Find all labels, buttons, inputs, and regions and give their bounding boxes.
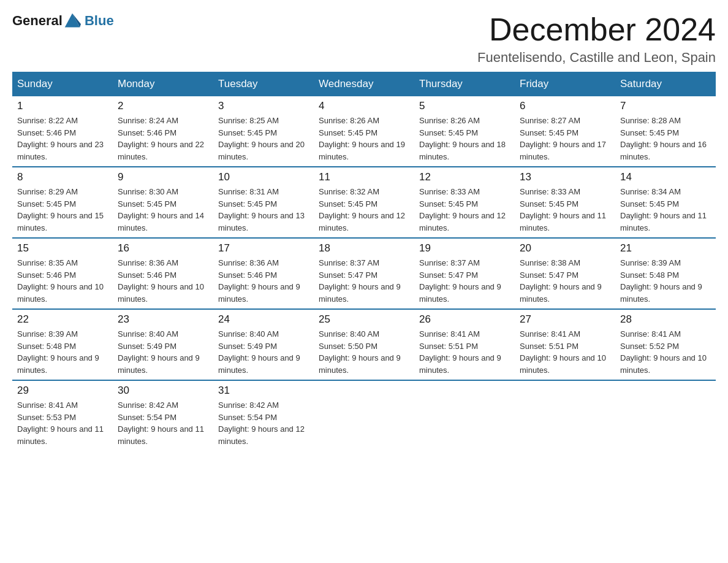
week-row-4: 22Sunrise: 8:39 AMSunset: 5:48 PMDayligh… <box>12 309 716 380</box>
day-info: Sunrise: 8:42 AMSunset: 5:54 PMDaylight:… <box>118 399 208 447</box>
column-header-friday: Friday <box>515 72 615 96</box>
day-number: 20 <box>520 242 610 255</box>
day-info: Sunrise: 8:33 AMSunset: 5:45 PMDaylight:… <box>419 186 510 234</box>
day-number: 19 <box>419 242 510 255</box>
day-info: Sunrise: 8:39 AMSunset: 5:48 PMDaylight:… <box>17 328 108 376</box>
day-number: 26 <box>419 313 510 326</box>
column-header-monday: Monday <box>113 72 213 96</box>
day-number: 21 <box>620 242 711 255</box>
calendar-cell: 19Sunrise: 8:37 AMSunset: 5:47 PMDayligh… <box>414 238 515 309</box>
day-info: Sunrise: 8:40 AMSunset: 5:49 PMDaylight:… <box>218 328 309 376</box>
logo-general-text: General <box>12 13 63 29</box>
day-info: Sunrise: 8:41 AMSunset: 5:51 PMDaylight:… <box>520 328 610 376</box>
column-header-wednesday: Wednesday <box>314 72 414 96</box>
day-number: 5 <box>419 100 510 112</box>
calendar-cell: 12Sunrise: 8:33 AMSunset: 5:45 PMDayligh… <box>414 167 515 238</box>
day-info: Sunrise: 8:25 AMSunset: 5:45 PMDaylight:… <box>218 115 309 163</box>
day-number: 23 <box>118 313 208 326</box>
day-info: Sunrise: 8:35 AMSunset: 5:46 PMDaylight:… <box>17 257 108 305</box>
calendar-cell: 24Sunrise: 8:40 AMSunset: 5:49 PMDayligh… <box>213 309 314 380</box>
location-subtitle: Fuentelisendo, Castille and Leon, Spain <box>477 50 716 66</box>
calendar-cell: 14Sunrise: 8:34 AMSunset: 5:45 PMDayligh… <box>615 167 716 238</box>
calendar-cell: 23Sunrise: 8:40 AMSunset: 5:49 PMDayligh… <box>113 309 213 380</box>
day-number: 18 <box>319 242 409 255</box>
day-number: 7 <box>620 100 711 112</box>
calendar-cell: 29Sunrise: 8:41 AMSunset: 5:53 PMDayligh… <box>12 380 113 451</box>
column-header-thursday: Thursday <box>414 72 515 96</box>
calendar-body: 1Sunrise: 8:22 AMSunset: 5:46 PMDaylight… <box>12 96 716 451</box>
day-number: 24 <box>218 313 309 326</box>
day-number: 6 <box>520 100 610 112</box>
calendar-cell: 10Sunrise: 8:31 AMSunset: 5:45 PMDayligh… <box>213 167 314 238</box>
week-row-3: 15Sunrise: 8:35 AMSunset: 5:46 PMDayligh… <box>12 238 716 309</box>
day-info: Sunrise: 8:27 AMSunset: 5:45 PMDaylight:… <box>520 115 610 163</box>
day-number: 8 <box>17 171 108 183</box>
day-number: 15 <box>17 242 108 255</box>
day-number: 28 <box>620 313 711 326</box>
calendar-cell: 16Sunrise: 8:36 AMSunset: 5:46 PMDayligh… <box>113 238 213 309</box>
day-number: 30 <box>118 385 208 397</box>
calendar-cell: 17Sunrise: 8:36 AMSunset: 5:46 PMDayligh… <box>213 238 314 309</box>
column-header-tuesday: Tuesday <box>213 72 314 96</box>
calendar-cell: 26Sunrise: 8:41 AMSunset: 5:51 PMDayligh… <box>414 309 515 380</box>
day-info: Sunrise: 8:30 AMSunset: 5:45 PMDaylight:… <box>118 186 208 234</box>
month-title: December 2024 <box>477 12 716 47</box>
calendar-cell: 27Sunrise: 8:41 AMSunset: 5:51 PMDayligh… <box>515 309 615 380</box>
day-number: 17 <box>218 242 309 255</box>
week-row-2: 8Sunrise: 8:29 AMSunset: 5:45 PMDaylight… <box>12 167 716 238</box>
calendar-cell: 30Sunrise: 8:42 AMSunset: 5:54 PMDayligh… <box>113 380 213 451</box>
calendar-cell: 8Sunrise: 8:29 AMSunset: 5:45 PMDaylight… <box>12 167 113 238</box>
day-info: Sunrise: 8:29 AMSunset: 5:45 PMDaylight:… <box>17 186 108 234</box>
calendar-cell: 20Sunrise: 8:38 AMSunset: 5:47 PMDayligh… <box>515 238 615 309</box>
day-info: Sunrise: 8:36 AMSunset: 5:46 PMDaylight:… <box>218 257 309 305</box>
day-number: 1 <box>17 100 108 112</box>
day-number: 25 <box>319 313 409 326</box>
day-info: Sunrise: 8:24 AMSunset: 5:46 PMDaylight:… <box>118 115 208 163</box>
calendar-cell: 7Sunrise: 8:28 AMSunset: 5:45 PMDaylight… <box>615 96 716 167</box>
day-number: 27 <box>520 313 610 326</box>
calendar-cell: 1Sunrise: 8:22 AMSunset: 5:46 PMDaylight… <box>12 96 113 167</box>
day-info: Sunrise: 8:26 AMSunset: 5:45 PMDaylight:… <box>319 115 409 163</box>
logo-icon <box>64 12 81 29</box>
day-number: 11 <box>319 171 409 183</box>
week-row-1: 1Sunrise: 8:22 AMSunset: 5:46 PMDaylight… <box>12 96 716 167</box>
column-header-saturday: Saturday <box>615 72 716 96</box>
calendar-cell: 21Sunrise: 8:39 AMSunset: 5:48 PMDayligh… <box>615 238 716 309</box>
day-number: 4 <box>319 100 409 112</box>
day-info: Sunrise: 8:37 AMSunset: 5:47 PMDaylight:… <box>319 257 409 305</box>
day-number: 2 <box>118 100 208 112</box>
day-info: Sunrise: 8:36 AMSunset: 5:46 PMDaylight:… <box>118 257 208 305</box>
day-number: 3 <box>218 100 309 112</box>
calendar-cell: 6Sunrise: 8:27 AMSunset: 5:45 PMDaylight… <box>515 96 615 167</box>
calendar-cell <box>515 380 615 451</box>
day-number: 22 <box>17 313 108 326</box>
day-info: Sunrise: 8:39 AMSunset: 5:48 PMDaylight:… <box>620 257 711 305</box>
day-number: 31 <box>218 385 309 397</box>
day-info: Sunrise: 8:38 AMSunset: 5:47 PMDaylight:… <box>520 257 610 305</box>
day-number: 9 <box>118 171 208 183</box>
column-header-sunday: Sunday <box>12 72 113 96</box>
day-info: Sunrise: 8:31 AMSunset: 5:45 PMDaylight:… <box>218 186 309 234</box>
day-info: Sunrise: 8:41 AMSunset: 5:53 PMDaylight:… <box>17 399 108 447</box>
day-info: Sunrise: 8:22 AMSunset: 5:46 PMDaylight:… <box>17 115 108 163</box>
calendar-cell: 13Sunrise: 8:33 AMSunset: 5:45 PMDayligh… <box>515 167 615 238</box>
day-number: 29 <box>17 385 108 397</box>
day-info: Sunrise: 8:32 AMSunset: 5:45 PMDaylight:… <box>319 186 409 234</box>
calendar-cell <box>414 380 515 451</box>
title-section: December 2024 Fuentelisendo, Castille an… <box>477 12 716 66</box>
calendar-cell: 4Sunrise: 8:26 AMSunset: 5:45 PMDaylight… <box>314 96 414 167</box>
calendar-cell <box>314 380 414 451</box>
day-info: Sunrise: 8:26 AMSunset: 5:45 PMDaylight:… <box>419 115 510 163</box>
calendar-cell: 22Sunrise: 8:39 AMSunset: 5:48 PMDayligh… <box>12 309 113 380</box>
week-row-5: 29Sunrise: 8:41 AMSunset: 5:53 PMDayligh… <box>12 380 716 451</box>
calendar-header-row: SundayMondayTuesdayWednesdayThursdayFrid… <box>12 72 716 96</box>
calendar-cell: 9Sunrise: 8:30 AMSunset: 5:45 PMDaylight… <box>113 167 213 238</box>
calendar-cell: 2Sunrise: 8:24 AMSunset: 5:46 PMDaylight… <box>113 96 213 167</box>
logo: GeneralBlue <box>12 12 114 29</box>
calendar-table: SundayMondayTuesdayWednesdayThursdayFrid… <box>12 72 716 451</box>
day-info: Sunrise: 8:34 AMSunset: 5:45 PMDaylight:… <box>620 186 711 234</box>
day-info: Sunrise: 8:41 AMSunset: 5:52 PMDaylight:… <box>620 328 711 376</box>
day-number: 16 <box>118 242 208 255</box>
day-info: Sunrise: 8:42 AMSunset: 5:54 PMDaylight:… <box>218 399 309 447</box>
day-info: Sunrise: 8:28 AMSunset: 5:45 PMDaylight:… <box>620 115 711 163</box>
